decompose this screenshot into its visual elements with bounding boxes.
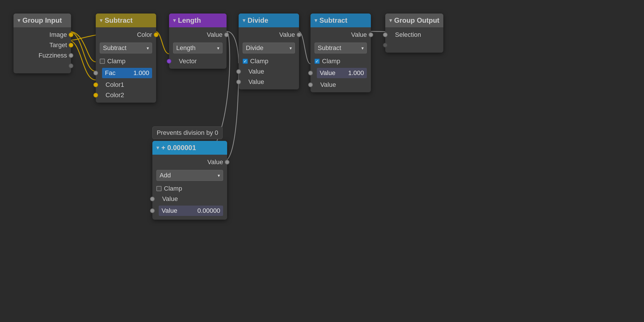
divide-value-out-row: Value [239, 30, 299, 40]
divide-value2-row: Value [239, 77, 299, 87]
subtract1-color-out-label: Color [137, 31, 152, 39]
output-fuzziness-socket [69, 53, 73, 58]
divide-body: Value Divide ▾ Clamp Value Value [239, 27, 299, 89]
group-input-title: Group Input [22, 16, 62, 24]
subtract1-clamp-checkbox[interactable] [100, 59, 105, 64]
group-output-selection-label: Selection [395, 31, 421, 39]
add-clamp-label: Clamp [164, 185, 182, 192]
subtract1-operation-select[interactable]: Subtract ▾ [100, 43, 152, 53]
add-body: Value Add ▾ Clamp Value Value [152, 155, 227, 220]
chevron-icon: ▾ [156, 145, 159, 151]
add-value-val: 0.00000 [197, 207, 220, 214]
subtract1-color1-label: Color1 [106, 81, 124, 89]
group-output-body: Selection [385, 27, 443, 53]
add-value-in1-socket [150, 197, 155, 201]
subtract2-clamp-checkbox[interactable] [315, 59, 320, 64]
divide-clamp-checkbox[interactable] [243, 59, 248, 64]
add-value-out-socket [225, 160, 229, 164]
chevron-icon: ▾ [100, 17, 102, 24]
node-add: Prevents division by 0 ▾ + 0.000001 Valu… [152, 141, 227, 220]
divide-value2-socket [236, 80, 241, 84]
subtract1-operation-row: Subtract ▾ [96, 40, 156, 56]
subtract1-fac-widget[interactable]: Fac 1.000 [102, 68, 152, 78]
add-operation-label: Add [160, 172, 171, 179]
add-header: ▾ + 0.000001 [152, 141, 227, 155]
subtract1-color-out-socket [154, 32, 158, 37]
subtract1-fac-row: Fac 1.000 [96, 66, 156, 80]
group-output-extra-row [385, 40, 443, 50]
subtract2-body: Value Subtract ▾ Clamp Value 1.000 [310, 27, 371, 92]
add-value-in1-label: Value [162, 195, 178, 203]
dropdown-arrow: ▾ [290, 45, 292, 51]
group-output-selection-socket [383, 32, 388, 37]
subtract1-color1-socket [93, 83, 98, 87]
divide-value1-row: Value [239, 66, 299, 77]
chevron-icon: ▾ [389, 17, 392, 24]
node-divide: ▾ Divide Value Divide ▾ Clamp Value [239, 14, 299, 89]
add-tooltip: Prevents division by 0 [152, 126, 223, 139]
divide-clamp-label: Clamp [250, 57, 269, 65]
subtract2-clamp-label: Clamp [322, 57, 340, 65]
add-value-out-label: Value [207, 158, 223, 166]
subtract2-operation-label: Subtract [318, 44, 341, 52]
group-input-header: ▾ Group Input [14, 14, 71, 27]
subtract2-value1-val: 1.000 [348, 69, 364, 77]
node-group-input: ▾ Group Input Image Target Fuzziness [14, 14, 71, 73]
subtract1-fac-socket [93, 71, 98, 75]
node-length: ▾ Length Value Length ▾ Vector [169, 14, 227, 69]
add-value-widget[interactable]: Value 0.00000 [159, 206, 223, 216]
dropdown-arrow: ▾ [217, 45, 219, 51]
length-value-out-label: Value [207, 31, 223, 39]
chevron-icon: ▾ [243, 17, 245, 24]
group-input-body: Image Target Fuzziness [14, 27, 71, 73]
subtract2-value-out-label: Value [351, 31, 367, 39]
subtract2-value2-row: Value [310, 80, 371, 90]
subtract2-value1-widget[interactable]: Value 1.000 [317, 68, 367, 78]
subtract2-value1-row: Value 1.000 [310, 66, 371, 80]
subtract1-color2-label: Color2 [106, 91, 124, 99]
length-vector-label: Vector [179, 57, 197, 65]
subtract1-clamp-label: Clamp [107, 57, 126, 65]
output-target-label: Target [49, 41, 67, 49]
subtract1-fac-label: Fac [105, 69, 116, 77]
subtract2-value-out-socket [369, 32, 373, 37]
output-image-row: Image [14, 30, 71, 40]
node-group-output: ▾ Group Output Selection [385, 14, 443, 53]
length-value-out-socket [224, 32, 229, 37]
subtract1-color2-row: Color2 [96, 90, 156, 100]
length-operation-select[interactable]: Length ▾ [173, 43, 223, 53]
divide-clamp-row: Clamp [239, 56, 299, 66]
length-operation-label: Length [176, 44, 195, 52]
dropdown-arrow: ▾ [361, 45, 364, 51]
output-target-socket [69, 43, 73, 47]
subtract2-value2-label: Value [320, 81, 336, 89]
output-target-row: Target [14, 40, 71, 50]
add-operation-select[interactable]: Add ▾ [156, 170, 223, 181]
length-body: Value Length ▾ Vector [169, 27, 227, 69]
subtract2-title: Subtract [319, 16, 347, 24]
subtract2-operation-select[interactable]: Subtract ▾ [315, 43, 367, 53]
group-output-selection-row: Selection [385, 30, 443, 40]
divide-value1-socket [236, 69, 241, 74]
divide-operation-select[interactable]: Divide ▾ [243, 43, 295, 53]
chevron-icon: ▾ [315, 17, 317, 24]
node-canvas: ▾ Group Input Image Target Fuzziness ▾ [0, 0, 644, 322]
output-extra-row [14, 61, 71, 71]
divide-operation-label: Divide [246, 44, 263, 52]
add-value-in2-socket [150, 208, 155, 213]
add-value-in2-row: Value 0.00000 [152, 204, 227, 217]
divide-value-out-label: Value [279, 31, 295, 39]
output-fuzziness-row: Fuzziness [14, 50, 71, 61]
node-subtract2: ▾ Subtract Value Subtract ▾ Clamp V [310, 14, 371, 92]
divide-header: ▾ Divide [239, 14, 299, 27]
group-output-extra-socket [383, 43, 388, 47]
output-image-label: Image [49, 31, 67, 39]
chevron-icon: ▾ [18, 17, 20, 24]
group-output-header: ▾ Group Output [385, 14, 443, 27]
subtract1-body: Color Subtract ▾ Clamp Fac 1.000 [96, 27, 156, 103]
add-clamp-checkbox[interactable] [156, 186, 162, 191]
divide-title: Divide [248, 16, 268, 24]
dropdown-arrow: ▾ [147, 45, 149, 51]
length-operation-row: Length ▾ [169, 40, 227, 56]
output-image-socket [69, 32, 73, 37]
